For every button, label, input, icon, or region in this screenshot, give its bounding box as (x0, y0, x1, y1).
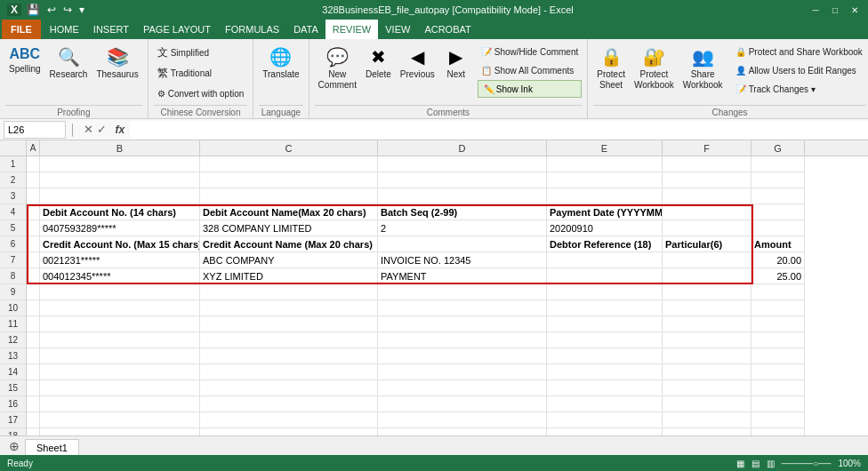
home-menu[interactable]: HOME (43, 20, 86, 39)
quick-redo[interactable]: ↪ (61, 4, 74, 16)
cell-d7[interactable]: INVOICE NO. 12345 (378, 252, 547, 268)
col-header-a[interactable]: A (27, 140, 40, 156)
convert-option-button[interactable]: ⚙ Convert with option (154, 84, 248, 103)
cell-a8[interactable] (27, 268, 40, 284)
cell-f5[interactable] (663, 220, 751, 236)
quick-save[interactable]: 💾 (25, 4, 42, 16)
cell-e7[interactable] (547, 252, 663, 268)
cancel-icon[interactable]: ✕ (84, 123, 93, 136)
cell-g8[interactable]: 25.00 (751, 268, 805, 284)
formula-input[interactable] (130, 121, 868, 139)
research-button[interactable]: 🔍 Research (46, 43, 92, 103)
cell-d3[interactable] (378, 188, 547, 204)
new-comment-button[interactable]: 💬 NewComment (315, 43, 360, 103)
cell-g4[interactable] (751, 204, 805, 220)
cell-b3[interactable] (40, 188, 200, 204)
cell-b2[interactable] (40, 172, 200, 188)
previous-comment-button[interactable]: ◀ Previous (397, 43, 438, 103)
cell-a2[interactable] (27, 172, 40, 188)
cell-a1[interactable] (27, 156, 40, 172)
cell-g7[interactable]: 20.00 (751, 252, 805, 268)
cell-b5[interactable]: 0407593289***** (40, 220, 200, 236)
cell-e1[interactable] (547, 156, 663, 172)
delete-comment-button[interactable]: ✖ Delete (362, 43, 395, 103)
cell-b4[interactable]: Debit Account No. (14 chars) (40, 204, 200, 220)
cell-a7[interactable] (27, 252, 40, 268)
cell-a6[interactable] (27, 236, 40, 252)
share-workbook-button[interactable]: 👥 ShareWorkbook (679, 43, 727, 103)
cell-d5[interactable]: 2 (378, 220, 547, 236)
maximize-btn[interactable]: □ (829, 4, 841, 16)
cell-f4[interactable] (663, 204, 751, 220)
simplified-button[interactable]: 文 Simplified (154, 43, 248, 62)
show-all-comments-button[interactable]: 📋 Show All Comments (478, 61, 582, 79)
cell-g1[interactable] (751, 156, 805, 172)
cell-b7[interactable]: 0021231***** (40, 252, 200, 268)
cell-g6[interactable]: Amount (751, 236, 805, 252)
thesaurus-button[interactable]: 📚 Thesaurus (92, 43, 141, 103)
confirm-icon[interactable]: ✓ (97, 123, 107, 136)
cell-d4[interactable]: Batch Seq (2-99) (378, 204, 547, 220)
cell-c7[interactable]: ABC COMPANY (200, 252, 378, 268)
quick-undo[interactable]: ↩ (45, 4, 58, 16)
minimize-btn[interactable]: ─ (809, 4, 822, 16)
close-btn[interactable]: ✕ (848, 4, 861, 16)
page-layout-menu[interactable]: PAGE LAYOUT (136, 20, 218, 39)
col-header-g[interactable]: G (751, 140, 805, 156)
cell-e5[interactable]: 20200910 (547, 220, 663, 236)
cell-c8[interactable]: XYZ LIMITED (200, 268, 378, 284)
show-ink-button[interactable]: ✏️ Show Ink (478, 80, 582, 98)
cell-f8[interactable] (663, 268, 751, 284)
cell-c3[interactable] (200, 188, 378, 204)
cell-d2[interactable] (378, 172, 547, 188)
cell-c5[interactable]: 328 COMPANY LIMITED (200, 220, 378, 236)
next-comment-button[interactable]: ▶ Next (440, 43, 472, 103)
cell-f2[interactable] (663, 172, 751, 188)
acrobat-menu[interactable]: ACROBAT (417, 20, 478, 39)
cell-g5[interactable] (751, 220, 805, 236)
cell-f1[interactable] (663, 156, 751, 172)
view-page-layout-icon[interactable]: ▤ (751, 459, 760, 468)
cell-c4[interactable]: Debit Account Name(Max 20 chars) (200, 204, 378, 220)
cell-f6[interactable]: Particular(6) (663, 236, 751, 252)
cell-a4[interactable] (27, 204, 40, 220)
data-menu[interactable]: DATA (286, 20, 326, 39)
cell-g3[interactable] (751, 188, 805, 204)
track-changes-button[interactable]: 📝 Track Changes ▾ (732, 80, 866, 98)
file-menu[interactable]: FILE (2, 20, 41, 39)
cell-e8[interactable] (547, 268, 663, 284)
zoom-slider[interactable]: ─────○── (782, 459, 832, 468)
protect-workbook-button[interactable]: 🔐 ProtectWorkbook (631, 43, 678, 103)
protect-sheet-button[interactable]: 🔒 ProtectSheet (593, 43, 629, 103)
cell-a5[interactable] (27, 220, 40, 236)
review-menu[interactable]: REVIEW (326, 20, 378, 39)
cell-d8[interactable]: PAYMENT (378, 268, 547, 284)
view-normal-icon[interactable]: ▦ (736, 459, 744, 468)
cell-c2[interactable] (200, 172, 378, 188)
formulas-menu[interactable]: FORMULAS (218, 20, 286, 39)
translate-button[interactable]: 🌐 Translate (259, 43, 302, 103)
allow-users-button[interactable]: 👤 Allow Users to Edit Ranges (732, 61, 866, 79)
cell-b8[interactable]: 004012345***** (40, 268, 200, 284)
show-hide-comment-button[interactable]: 📝 Show/Hide Comment (478, 43, 582, 60)
col-header-b[interactable]: B (40, 140, 200, 156)
cell-g2[interactable] (751, 172, 805, 188)
cell-e6[interactable]: Debtor Reference (18) (547, 236, 663, 252)
insert-menu[interactable]: INSERT (86, 20, 136, 39)
quick-customize[interactable]: ▾ (77, 4, 86, 16)
col-header-f[interactable]: F (663, 140, 751, 156)
col-header-c[interactable]: C (200, 140, 378, 156)
add-sheet-btn[interactable]: ⊕ (4, 437, 25, 455)
cell-e3[interactable] (547, 188, 663, 204)
cell-b1[interactable] (40, 156, 200, 172)
cell-a3[interactable] (27, 188, 40, 204)
protect-share-workbook-button[interactable]: 🔒 Protect and Share Workbook (732, 43, 866, 60)
cell-c1[interactable] (200, 156, 378, 172)
cell-c6[interactable]: Credit Account Name (Max 20 chars) (200, 236, 378, 252)
cell-f7[interactable] (663, 252, 751, 268)
cell-e4[interactable]: Payment Date (YYYYMMDD) (547, 204, 663, 220)
view-menu[interactable]: VIEW (378, 20, 417, 39)
spelling-button[interactable]: ABC Spelling (5, 43, 44, 103)
cell-e2[interactable] (547, 172, 663, 188)
cell-d6[interactable] (378, 236, 547, 252)
